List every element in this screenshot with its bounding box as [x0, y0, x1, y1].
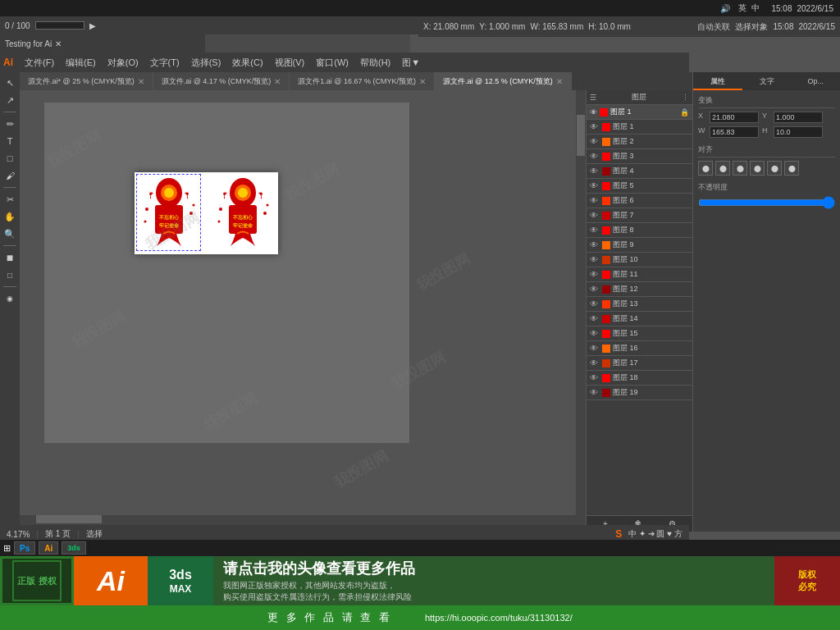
layer-item-17[interactable]: 👁 图层 18: [587, 371, 692, 386]
sys-lang2: 中: [751, 2, 760, 14]
layer-item-12[interactable]: 👁 图层 13: [587, 297, 692, 312]
taskbar-item-ps[interactable]: Ps: [14, 541, 35, 555]
layer-item-18[interactable]: 👁 图层 19: [587, 386, 692, 400]
banner-row2: 更 多 作 品 请 查 看 https://hi.ooopic.com/tuku…: [0, 605, 840, 630]
scissors-tool[interactable]: ✂: [2, 192, 17, 207]
x-input[interactable]: [710, 112, 759, 123]
eye-15[interactable]: 👁: [590, 344, 600, 353]
tab-1[interactable]: 源文件.ai @ 4.17 % (CMYK/预览) ✕: [153, 72, 290, 90]
eye-12[interactable]: 👁: [590, 299, 600, 308]
taskbar-item-ai[interactable]: Ai: [39, 541, 58, 555]
align-bottom-btn[interactable]: ⬤: [784, 161, 799, 176]
mode-icon[interactable]: ◉: [2, 291, 17, 306]
menu-help[interactable]: 帮助(H): [355, 55, 395, 71]
zoom-tool[interactable]: 🔍: [2, 226, 17, 241]
prop-tab-opacity[interactable]: Op...: [791, 72, 840, 90]
eye-11[interactable]: 👁: [590, 285, 600, 294]
layer-item-16[interactable]: 👁 图层 17: [587, 356, 692, 371]
eye-icon-1[interactable]: 👁: [590, 108, 600, 116]
menu-file[interactable]: 文件(F): [20, 55, 59, 71]
select-tool[interactable]: ↖: [2, 75, 17, 90]
align-right-btn[interactable]: ⬤: [733, 161, 747, 176]
layer-item-3[interactable]: 👁 图层 4: [587, 164, 692, 179]
shape-tool[interactable]: □: [2, 151, 17, 166]
eye-6[interactable]: 👁: [590, 211, 600, 220]
tab-2-close[interactable]: ✕: [419, 77, 426, 86]
layer-item-4[interactable]: 👁 图层 5: [587, 179, 692, 194]
direct-select-tool[interactable]: ↗: [2, 93, 17, 107]
layer-item-5[interactable]: 👁 图层 6: [587, 194, 692, 208]
arrow-btn[interactable]: ▶: [89, 21, 96, 30]
eye-8[interactable]: 👁: [590, 240, 600, 249]
tab-0[interactable]: 源文件.ai* @ 25 % (CMYK/预览) ✕: [20, 72, 153, 90]
close-icon[interactable]: ✕: [55, 39, 62, 48]
layer-item-15[interactable]: 👁 图层 16: [587, 341, 692, 356]
eye-16[interactable]: 👁: [590, 358, 600, 368]
scrollbar-h[interactable]: [20, 515, 586, 525]
layer-item-14[interactable]: 👁 图层 15: [587, 326, 692, 341]
taskbar-item-3ds[interactable]: 3ds: [62, 541, 86, 555]
hand-tool[interactable]: ✋: [2, 209, 17, 224]
menu-edit[interactable]: 编辑(E): [61, 55, 101, 71]
eye-1[interactable]: 👁: [590, 137, 600, 146]
brush-tool[interactable]: 🖌: [2, 168, 17, 183]
eye-7[interactable]: 👁: [590, 226, 600, 235]
scrollbar-v[interactable]: [576, 90, 586, 525]
layer-lock[interactable]: 🔒: [680, 108, 689, 116]
menu-effect[interactable]: 效果(C): [227, 55, 267, 71]
layer-item-1[interactable]: 👁 图层 2: [587, 135, 692, 149]
prop-tab-attr[interactable]: 属性: [693, 72, 742, 90]
eye-14[interactable]: 👁: [590, 329, 600, 338]
opacity-slider[interactable]: [698, 196, 835, 209]
layer-item-13[interactable]: 👁 图层 14: [587, 312, 692, 326]
align-left-btn[interactable]: ⬤: [698, 161, 713, 176]
h-input[interactable]: [774, 126, 823, 138]
eye-9[interactable]: 👁: [590, 255, 600, 264]
layer-item-2[interactable]: 👁 图层 3: [587, 149, 692, 164]
win-start-btn[interactable]: ⊞: [3, 543, 11, 554]
tab-1-close[interactable]: ✕: [274, 77, 281, 86]
eye-5[interactable]: 👁: [590, 196, 600, 205]
menu-object[interactable]: 对象(O): [103, 55, 144, 71]
menu-extra[interactable]: 图▼: [397, 55, 425, 71]
text-tool[interactable]: T: [2, 134, 17, 148]
tab-3[interactable]: 源文件.ai @ 12.5 % (CMYK/预览) ✕: [435, 72, 572, 90]
eye-13[interactable]: 👁: [590, 314, 600, 323]
align-top-btn[interactable]: ⬤: [750, 161, 765, 176]
eye-2[interactable]: 👁: [590, 152, 600, 161]
eye-0[interactable]: 👁: [590, 122, 600, 131]
eye-17[interactable]: 👁: [590, 373, 600, 382]
align-middle-btn[interactable]: ⬤: [767, 161, 782, 176]
layer-item-11[interactable]: 👁 图层 12: [587, 282, 692, 297]
banner-url[interactable]: https://hi.ooopic.com/tuku/31130132/: [425, 613, 573, 623]
eye-10[interactable]: 👁: [590, 270, 600, 279]
layer-item-0[interactable]: 👁 图层 1: [587, 120, 692, 135]
layer-item-7[interactable]: 👁 图层 8: [587, 223, 692, 238]
menu-view[interactable]: 视图(V): [270, 55, 310, 71]
eye-3[interactable]: 👁: [590, 167, 600, 176]
menu-select[interactable]: 选择(S): [186, 55, 226, 71]
align-center-btn[interactable]: ⬤: [715, 161, 730, 176]
filter-icon: ☰: [590, 94, 596, 102]
eye-18[interactable]: 👁: [590, 388, 600, 397]
fill-icon[interactable]: ■: [2, 250, 17, 265]
prop-tab-text[interactable]: 文字: [742, 72, 792, 90]
layer-item-6[interactable]: 👁 图层 7: [587, 208, 692, 223]
y-input[interactable]: [774, 112, 823, 123]
menu-text[interactable]: 文字(T): [145, 55, 185, 71]
svg-text:不忘初心: 不忘初心: [158, 214, 180, 220]
tab-0-close[interactable]: ✕: [138, 77, 144, 86]
layer-item-10[interactable]: 👁 图层 11: [587, 267, 692, 282]
w-input[interactable]: [710, 126, 759, 138]
menu-window[interactable]: 窗口(W): [311, 55, 354, 71]
layer-item-9[interactable]: 👁 图层 10: [587, 253, 692, 267]
eye-4[interactable]: 👁: [590, 181, 600, 190]
svg-point-12: [238, 188, 248, 198]
artboard: 不忘初心 牢记使命: [135, 172, 278, 254]
layer-item-8[interactable]: 👁 图层 9: [587, 238, 692, 253]
layers-menu-icon[interactable]: ⋮: [682, 94, 689, 102]
tab-2[interactable]: 源文件1.ai @ 16.67 % (CMYK/预览) ✕: [290, 72, 435, 90]
stroke-icon[interactable]: □: [2, 267, 17, 282]
tab-3-close[interactable]: ✕: [556, 77, 563, 86]
pen-tool[interactable]: ✏: [2, 116, 17, 131]
